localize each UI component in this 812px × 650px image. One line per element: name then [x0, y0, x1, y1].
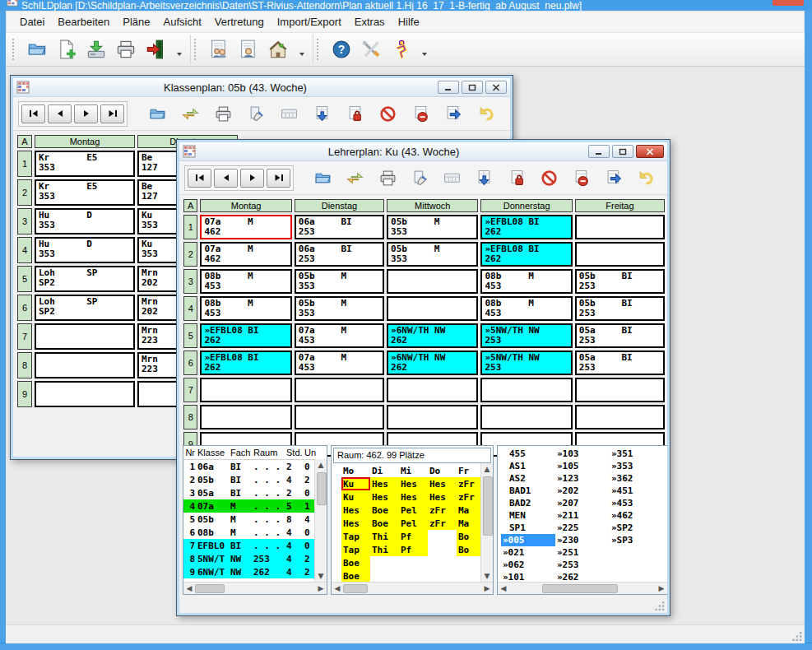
plan-cell[interactable]: HuD353 [35, 237, 135, 263]
room-schedule-cell[interactable]: Hes [370, 477, 399, 490]
room-schedule-cell[interactable]: zFr [428, 504, 457, 517]
tools-button[interactable] [356, 36, 386, 63]
scroll-up-icon[interactable]: ▲ [315, 459, 327, 471]
room-schedule-cell[interactable]: Hes [428, 490, 457, 504]
room-schedule-cell[interactable] [428, 543, 457, 556]
room-item[interactable]: »105 [555, 460, 610, 472]
info-figure-button[interactable] [386, 36, 415, 63]
close-button[interactable] [485, 81, 507, 94]
plan-cell[interactable] [575, 405, 665, 429]
maximize-button[interactable] [612, 145, 633, 158]
room-item[interactable]: »353 [610, 460, 664, 472]
room-item[interactable]: »253 [555, 559, 610, 571]
help-button[interactable]: ? [327, 36, 356, 63]
scroll-left-icon[interactable]: ◀ [183, 584, 195, 592]
plan-cell[interactable]: »6NW/TH NW262 [387, 323, 478, 348]
room-schedule-cell[interactable]: Ku [341, 477, 370, 490]
plan-cell[interactable] [387, 296, 478, 321]
room-schedule-cell[interactable]: Pel [399, 504, 428, 517]
room-schedule-cell[interactable]: Pf [399, 530, 428, 543]
room-schedule-cell[interactable] [370, 556, 399, 569]
plan-people-button[interactable] [204, 36, 234, 63]
menu-item-bearbeiten[interactable]: Bearbeiten [51, 13, 116, 30]
plan-cell[interactable]: 06aBI253 [295, 242, 384, 267]
plan-cell[interactable]: 07aM462 [200, 215, 291, 239]
scroll-right-icon[interactable]: ▶ [481, 584, 493, 592]
table-remove-button[interactable] [404, 101, 437, 126]
room-item[interactable]: »021 [501, 546, 555, 559]
scrollbar-thumb[interactable] [343, 584, 368, 593]
scroll-right-icon[interactable]: ▶ [656, 584, 667, 592]
room-schedule-cell[interactable]: Pf [399, 543, 428, 556]
drive-import-button[interactable] [81, 36, 111, 63]
room-item[interactable]: »451 [610, 485, 664, 497]
lesson-row[interactable]: 205bBI. . . .42 [183, 473, 327, 486]
room-schedule-cell[interactable]: Boe [370, 517, 399, 530]
room-schedule-cell[interactable]: Boe [370, 504, 399, 517]
plan-cell[interactable]: 05aBI253 [575, 323, 665, 348]
exit-door-button[interactable] [141, 36, 170, 63]
scroll-up-icon[interactable]: ▲ [481, 463, 493, 475]
room-item[interactable]: »230 [555, 534, 610, 546]
plan-cell[interactable] [295, 405, 384, 429]
folder-open-button[interactable] [22, 36, 52, 63]
lesson-row[interactable]: 305aBI. . . .20 [183, 486, 327, 499]
scrollbar-thumb[interactable] [317, 472, 327, 505]
room-schedule-cell[interactable]: Boe [341, 556, 370, 569]
minimize-button[interactable] [438, 81, 459, 94]
page-edit-button[interactable] [404, 165, 436, 190]
forbid-button[interactable] [533, 165, 565, 190]
page-edit-button[interactable] [239, 101, 272, 126]
plan-cell[interactable] [35, 323, 135, 350]
close-button[interactable] [636, 145, 664, 158]
plan-cell[interactable]: 07aM453 [295, 323, 384, 348]
room-schedule-cell[interactable]: Hes [399, 490, 428, 504]
room-schedule-cell[interactable]: Pel [399, 517, 428, 530]
scroll-left-icon[interactable]: ◀ [332, 584, 343, 592]
plan-cell[interactable]: LohSPSP2 [35, 295, 135, 321]
scrollbar-thumb[interactable] [542, 584, 618, 593]
main-close-button[interactable] [773, 0, 804, 6]
table-download-button[interactable] [468, 165, 500, 190]
plan-cell[interactable] [575, 242, 665, 267]
room-schedule-cell[interactable] [428, 530, 457, 543]
nav-next-button[interactable] [240, 169, 264, 188]
room-schedule-cell[interactable] [399, 569, 428, 583]
scroll-down-icon[interactable]: ▼ [481, 570, 493, 582]
toolbar-drag-grip[interactable] [12, 39, 17, 60]
room-schedule-vertical-scrollbar[interactable]: ▲ ▼ [480, 463, 493, 582]
plan-cell[interactable] [200, 405, 291, 429]
plan-cell[interactable]: 05aBI253 [575, 351, 665, 375]
folder-open-button[interactable] [307, 165, 339, 190]
plan-cell[interactable]: 07aM462 [200, 242, 291, 267]
undo-button[interactable] [470, 101, 503, 126]
plan-cell[interactable] [480, 378, 572, 402]
lesson-row[interactable]: 608bM. . . .40 [183, 526, 327, 539]
scrollbar-thumb[interactable] [195, 584, 225, 593]
plan-cell[interactable] [387, 405, 478, 429]
room-schedule-cell[interactable]: Hes [428, 477, 457, 490]
room-schedule-cell[interactable]: Hes [341, 504, 370, 517]
plan-cell[interactable]: 05bM353 [387, 215, 478, 239]
room-item[interactable]: »207 [555, 497, 610, 509]
menu-item-vertretung[interactable]: Vertretung [208, 13, 271, 30]
plan-cell[interactable]: 05bBI253 [575, 269, 665, 294]
plan-cell[interactable]: »EFBL08 BI262 [480, 242, 572, 267]
toolbar-drag-grip[interactable] [317, 39, 322, 60]
room-item[interactable]: 455 [501, 448, 555, 460]
nav-first-button[interactable] [21, 104, 45, 123]
plan-cell[interactable]: 08bM453 [480, 269, 572, 294]
table-lock-button[interactable] [338, 101, 371, 126]
toolbar-overflow-caret-icon[interactable] [177, 53, 182, 58]
nav-first-button[interactable] [188, 169, 211, 188]
room-schedule-cell[interactable]: Thi [370, 530, 399, 543]
plan-cell[interactable] [575, 215, 665, 239]
room-schedule-cell[interactable]: Tap [341, 530, 370, 543]
toolbar-overflow-caret-icon[interactable] [422, 53, 427, 58]
undo-button[interactable] [630, 165, 662, 190]
room-item[interactable]: »453 [610, 497, 664, 509]
room-schedule-cell[interactable]: Thi [370, 543, 399, 556]
lesson-row[interactable]: 85NW/TNW25342 [183, 552, 327, 565]
room-schedule-cell[interactable]: Tap [341, 543, 370, 556]
scroll-left-icon[interactable]: ◀ [498, 584, 509, 592]
